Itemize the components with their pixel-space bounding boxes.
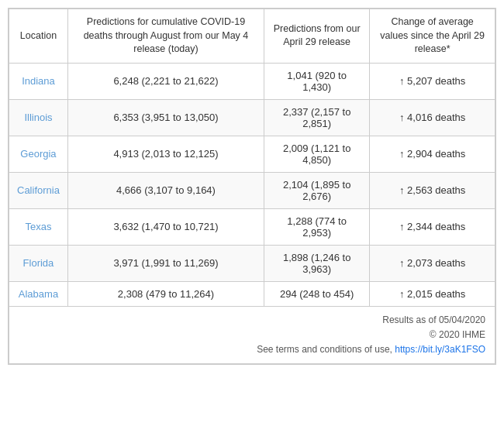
table-row: Florida3,971 (1,991 to 11,269)1,898 (1,2… xyxy=(9,245,495,281)
table-row: Indiana6,248 (2,221 to 21,622)1,041 (920… xyxy=(9,63,495,99)
main-table-wrapper: Location Predictions for cumulative COVI… xyxy=(8,8,496,365)
cell-change: ↑ 2,904 deaths xyxy=(370,136,495,172)
footer-row: Results as of 05/04/2020 © 2020 IHME See… xyxy=(9,306,495,364)
header-april29: Predictions from our April 29 release xyxy=(264,9,370,64)
cell-april29: 1,898 (1,246 to 3,963) xyxy=(264,245,370,281)
table-row: Alabama2,308 (479 to 11,264)294 (248 to … xyxy=(9,281,495,306)
table-row: Illinois6,353 (3,951 to 13,050)2,337 (2,… xyxy=(9,99,495,136)
cell-may4: 2,308 (479 to 11,264) xyxy=(67,281,264,306)
cell-may4: 6,353 (3,951 to 13,050) xyxy=(67,99,264,136)
cell-location: Alabama xyxy=(9,281,68,306)
cell-change: ↑ 4,016 deaths xyxy=(370,99,495,136)
cell-april29: 294 (248 to 454) xyxy=(264,281,370,306)
cell-location: Florida xyxy=(9,245,68,281)
header-change: Change of average values since the April… xyxy=(370,9,495,64)
terms-text: See terms and conditions of use, xyxy=(257,344,395,355)
cell-april29: 1,041 (920 to 1,430) xyxy=(264,63,370,99)
cell-may4: 4,913 (2,013 to 12,125) xyxy=(67,136,264,172)
cell-change: ↑ 2,344 deaths xyxy=(370,208,495,245)
cell-location: Georgia xyxy=(9,136,68,172)
cell-april29: 2,337 (2,157 to 2,851) xyxy=(264,99,370,136)
cell-april29: 2,009 (1,121 to 4,850) xyxy=(264,136,370,172)
footer-content: Results as of 05/04/2020 © 2020 IHME See… xyxy=(9,306,495,364)
cell-location: Indiana xyxy=(9,63,68,99)
header-location: Location xyxy=(9,9,68,64)
terms-link[interactable]: https://bit.ly/3aK1FSO xyxy=(395,344,485,355)
cell-change: ↑ 2,015 deaths xyxy=(370,281,495,306)
header-may4: Predictions for cumulative COVID-19 deat… xyxy=(67,9,264,64)
cell-change: ↑ 2,073 deaths xyxy=(370,245,495,281)
table-row: California4,666 (3,107 to 9,164)2,104 (1… xyxy=(9,172,495,208)
covid-predictions-table: Location Predictions for cumulative COVI… xyxy=(9,9,495,364)
table-row: Texas3,632 (1,470 to 10,721)1,288 (774 t… xyxy=(9,208,495,245)
cell-may4: 6,248 (2,221 to 21,622) xyxy=(67,63,264,99)
table-row: Georgia4,913 (2,013 to 12,125)2,009 (1,1… xyxy=(9,136,495,172)
cell-location: California xyxy=(9,172,68,208)
cell-april29: 2,104 (1,895 to 2,676) xyxy=(264,172,370,208)
cell-change: ↑ 2,563 deaths xyxy=(370,172,495,208)
cell-location: Texas xyxy=(9,208,68,245)
cell-may4: 4,666 (3,107 to 9,164) xyxy=(67,172,264,208)
results-date: Results as of 05/04/2020 xyxy=(382,314,485,325)
cell-may4: 3,632 (1,470 to 10,721) xyxy=(67,208,264,245)
copyright: © 2020 IHME xyxy=(430,329,485,340)
cell-april29: 1,288 (774 to 2,953) xyxy=(264,208,370,245)
cell-location: Illinois xyxy=(9,99,68,136)
cell-may4: 3,971 (1,991 to 11,269) xyxy=(67,245,264,281)
cell-change: ↑ 5,207 deaths xyxy=(370,63,495,99)
